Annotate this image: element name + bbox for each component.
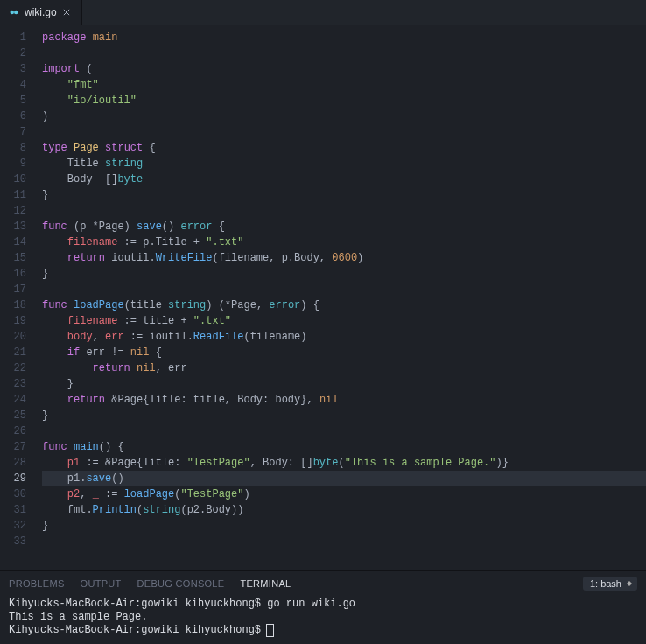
tab-problems[interactable]: PROBLEMS	[9, 578, 65, 589]
svg-point-0	[11, 10, 15, 15]
code-line[interactable]: type Page struct {	[42, 140, 646, 156]
code-line[interactable]: }	[42, 518, 646, 534]
line-number: 9	[11, 156, 26, 172]
line-number: 2	[11, 46, 26, 61]
line-number: 16	[11, 266, 26, 282]
line-number: 12	[11, 203, 26, 219]
code-line[interactable]: Body []byte	[42, 172, 646, 187]
svg-point-1	[14, 10, 18, 15]
tab-terminal[interactable]: TERMINAL	[240, 578, 291, 589]
line-number: 25	[11, 408, 26, 424]
code-line[interactable]: }	[42, 408, 646, 424]
code-line[interactable]: func main() {	[42, 439, 646, 455]
code-line[interactable]: if err != nil {	[42, 345, 646, 360]
code-line[interactable]	[42, 124, 646, 140]
line-number: 5	[11, 93, 26, 108]
line-number: 11	[11, 187, 26, 203]
line-number: 20	[11, 329, 26, 345]
line-number: 28	[11, 455, 26, 471]
code-line[interactable]: import (	[42, 61, 646, 77]
line-number: 21	[11, 345, 26, 360]
code-line[interactable]: "io/ioutil"	[42, 93, 646, 108]
line-number: 24	[11, 392, 26, 408]
code-line[interactable]: func loadPage(title string) (*Page, erro…	[42, 298, 646, 313]
line-number: 4	[11, 77, 26, 93]
code-line[interactable]: }	[42, 187, 646, 203]
line-number: 31	[11, 502, 26, 518]
code-line[interactable]	[42, 282, 646, 298]
line-number: 26	[11, 424, 26, 439]
bottom-panel: PROBLEMS OUTPUT DEBUG CONSOLE TERMINAL 1…	[0, 570, 646, 644]
tab-wiki-go[interactable]: wiki.go	[0, 0, 82, 24]
line-number: 33	[11, 534, 26, 550]
code-line[interactable]: fmt.Println(string(p2.Body))	[42, 502, 646, 518]
terminal-cursor	[267, 625, 273, 636]
code-line[interactable]: return &Page{Title: title, Body: body}, …	[42, 392, 646, 408]
code-line[interactable]: "fmt"	[42, 77, 646, 93]
code-line[interactable]: p2, _ := loadPage("TestPage")	[42, 486, 646, 502]
terminal-line: This is a sample Page.	[9, 611, 637, 624]
line-number: 6	[11, 108, 26, 124]
code-line[interactable]: }	[42, 376, 646, 392]
code-editor[interactable]: 1234567891011121314151617181920212223242…	[0, 24, 646, 570]
line-number: 1	[11, 30, 26, 46]
line-number: 7	[11, 124, 26, 140]
code-content[interactable]: package main import ( "fmt" "io/ioutil")…	[42, 30, 646, 570]
code-line[interactable]: p1.save()	[42, 471, 646, 486]
code-line[interactable]: Title string	[42, 156, 646, 172]
line-number: 10	[11, 172, 26, 187]
code-line[interactable]	[42, 534, 646, 550]
code-line[interactable]: )	[42, 108, 646, 124]
code-line[interactable]: }	[42, 266, 646, 282]
line-number: 23	[11, 376, 26, 392]
line-number: 8	[11, 140, 26, 156]
line-number: 32	[11, 518, 26, 534]
code-line[interactable]	[42, 203, 646, 219]
line-number: 13	[11, 219, 26, 234]
tab-label: wiki.go	[25, 6, 57, 18]
tab-bar: wiki.go	[0, 0, 646, 24]
close-icon[interactable]	[62, 7, 73, 18]
code-line[interactable]	[42, 46, 646, 61]
shell-select-label: 1: bash	[590, 578, 621, 589]
line-number: 19	[11, 313, 26, 329]
line-number: 27	[11, 439, 26, 455]
code-line[interactable]: package main	[42, 30, 646, 46]
panel-tab-bar: PROBLEMS OUTPUT DEBUG CONSOLE TERMINAL 1…	[9, 577, 637, 598]
code-line[interactable]: p1 := &Page{Title: "TestPage", Body: []b…	[42, 455, 646, 471]
line-number: 15	[11, 250, 26, 266]
code-line[interactable]	[42, 424, 646, 439]
line-number: 3	[11, 61, 26, 77]
line-number: 22	[11, 360, 26, 376]
line-number: 18	[11, 298, 26, 313]
code-line[interactable]: filename := title + ".txt"	[42, 313, 646, 329]
code-line[interactable]: func (p *Page) save() error {	[42, 219, 646, 234]
code-line[interactable]: filename := p.Title + ".txt"	[42, 234, 646, 250]
line-number: 29	[11, 471, 26, 486]
line-number-gutter: 1234567891011121314151617181920212223242…	[0, 30, 42, 570]
code-line[interactable]: body, err := ioutil.ReadFile(filename)	[42, 329, 646, 345]
go-file-icon	[9, 7, 19, 18]
tab-output[interactable]: OUTPUT	[81, 578, 122, 589]
terminal-line: Kihyucks-MacBook-Air:gowiki kihyuckhong$	[9, 624, 637, 637]
terminal-output[interactable]: Kihyucks-MacBook-Air:gowiki kihyuckhong$…	[9, 598, 637, 637]
tab-debug-console[interactable]: DEBUG CONSOLE	[137, 578, 225, 589]
terminal-line: Kihyucks-MacBook-Air:gowiki kihyuckhong$…	[9, 598, 637, 611]
code-line[interactable]: return nil, err	[42, 360, 646, 376]
line-number: 30	[11, 486, 26, 502]
line-number: 17	[11, 282, 26, 298]
code-line[interactable]: return ioutil.WriteFile(filename, p.Body…	[42, 250, 646, 266]
line-number: 14	[11, 234, 26, 250]
terminal-shell-select[interactable]: 1: bash	[583, 577, 637, 591]
